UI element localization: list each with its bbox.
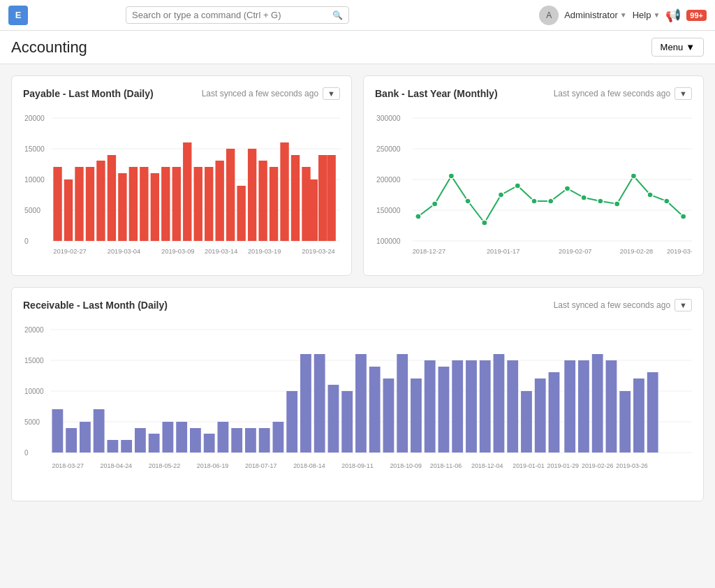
bank-sync-button[interactable]: ▼ bbox=[675, 87, 692, 100]
svg-text:20000: 20000 bbox=[24, 115, 45, 122]
svg-rect-30 bbox=[270, 167, 278, 241]
svg-point-63 bbox=[581, 195, 587, 200]
search-input[interactable] bbox=[132, 10, 330, 20]
svg-text:5000: 5000 bbox=[24, 207, 40, 214]
svg-rect-120 bbox=[535, 378, 546, 453]
page-title: Accounting bbox=[11, 38, 87, 57]
svg-rect-102 bbox=[286, 391, 297, 453]
payable-sync-button[interactable]: ▼ bbox=[323, 87, 340, 100]
svg-rect-139 bbox=[606, 360, 617, 453]
svg-rect-34 bbox=[309, 179, 318, 241]
svg-rect-142 bbox=[647, 372, 658, 453]
receivable-sync-info: Last synced a few seconds ago ▼ bbox=[554, 299, 692, 311]
svg-text:2018-10-09: 2018-10-09 bbox=[390, 462, 421, 469]
svg-point-68 bbox=[664, 198, 670, 204]
svg-text:10000: 10000 bbox=[24, 176, 45, 184]
svg-rect-110 bbox=[397, 354, 408, 453]
svg-text:2018-11-06: 2018-11-06 bbox=[430, 462, 462, 469]
svg-rect-22 bbox=[183, 142, 191, 241]
svg-text:2019-02-27: 2019-02-27 bbox=[53, 248, 86, 255]
svg-text:2018-08-14: 2018-08-14 bbox=[293, 462, 325, 469]
svg-rect-17 bbox=[129, 167, 138, 241]
receivable-chart-title: Receivable - Last Month (Daily) bbox=[23, 300, 168, 311]
svg-rect-109 bbox=[383, 378, 395, 453]
svg-rect-21 bbox=[172, 167, 181, 241]
svg-rect-140 bbox=[619, 391, 631, 453]
svg-rect-106 bbox=[341, 391, 353, 453]
svg-rect-138 bbox=[592, 354, 603, 453]
bank-sync-info: Last synced a few seconds ago ▼ bbox=[554, 87, 692, 100]
receivable-sync-button[interactable]: ▼ bbox=[675, 299, 692, 311]
top-charts-row: Payable - Last Month (Daily) Last synced… bbox=[11, 75, 704, 276]
svg-rect-136 bbox=[564, 360, 575, 453]
svg-point-61 bbox=[548, 198, 554, 204]
search-bar[interactable]: 🔍 bbox=[126, 6, 349, 24]
svg-rect-10 bbox=[53, 167, 61, 241]
svg-text:2018-05-22: 2018-05-22 bbox=[149, 462, 180, 469]
help-menu[interactable]: Help ▼ bbox=[633, 10, 661, 20]
svg-text:2018-03-27: 2018-03-27 bbox=[52, 462, 83, 469]
svg-text:200000: 200000 bbox=[376, 176, 401, 184]
svg-rect-91 bbox=[135, 428, 146, 453]
svg-text:2019-03-04: 2019-03-04 bbox=[108, 248, 140, 255]
svg-point-53 bbox=[415, 214, 421, 219]
svg-point-55 bbox=[448, 173, 454, 179]
svg-text:10000: 10000 bbox=[24, 388, 44, 395]
svg-rect-118 bbox=[507, 360, 518, 453]
notification-icon[interactable]: 📢 bbox=[665, 8, 681, 23]
svg-rect-97 bbox=[218, 422, 229, 453]
svg-rect-101 bbox=[273, 422, 284, 453]
avatar: A bbox=[539, 6, 559, 25]
svg-text:2019-02-07: 2019-02-07 bbox=[559, 248, 591, 255]
notification-badge: 99+ bbox=[686, 10, 707, 21]
svg-rect-29 bbox=[258, 161, 267, 241]
svg-rect-15 bbox=[108, 155, 116, 241]
svg-rect-121 bbox=[549, 372, 560, 453]
svg-point-58 bbox=[498, 192, 503, 198]
payable-sync-info: Last synced a few seconds ago ▼ bbox=[202, 87, 340, 100]
svg-rect-92 bbox=[149, 434, 160, 453]
svg-rect-105 bbox=[328, 385, 339, 453]
svg-rect-96 bbox=[204, 434, 215, 453]
svg-text:300000: 300000 bbox=[376, 115, 401, 122]
svg-rect-88 bbox=[94, 409, 105, 453]
payable-chart-title: Payable - Last Month (Daily) bbox=[23, 88, 154, 99]
page-header: Accounting Menu ▼ bbox=[0, 31, 715, 64]
svg-rect-94 bbox=[176, 422, 187, 453]
svg-rect-113 bbox=[438, 367, 450, 453]
svg-rect-11 bbox=[64, 179, 73, 241]
svg-rect-114 bbox=[452, 360, 463, 453]
payable-chart: 20000 15000 10000 5000 0 bbox=[23, 108, 340, 264]
chevron-down-icon: ▼ bbox=[620, 11, 627, 19]
svg-rect-27 bbox=[237, 186, 245, 241]
search-icon: 🔍 bbox=[332, 10, 343, 20]
svg-rect-112 bbox=[425, 360, 436, 453]
svg-point-62 bbox=[564, 186, 570, 191]
app-icon: E bbox=[8, 6, 28, 25]
svg-text:2019-03-24: 2019-03-24 bbox=[302, 248, 334, 255]
svg-rect-18 bbox=[140, 167, 148, 241]
payable-chart-header: Payable - Last Month (Daily) Last synced… bbox=[23, 87, 340, 100]
receivable-chart-card: Receivable - Last Month (Daily) Last syn… bbox=[11, 287, 704, 501]
svg-rect-36 bbox=[327, 155, 335, 241]
svg-rect-32 bbox=[291, 155, 300, 241]
main-content: Payable - Last Month (Daily) Last synced… bbox=[0, 64, 715, 524]
svg-rect-111 bbox=[411, 378, 422, 453]
receivable-chart: 20000 15000 10000 5000 0 bbox=[23, 320, 692, 490]
svg-text:2018-07-17: 2018-07-17 bbox=[245, 462, 277, 469]
svg-text:0: 0 bbox=[24, 449, 29, 457]
svg-point-59 bbox=[515, 183, 520, 189]
svg-rect-35 bbox=[318, 155, 327, 241]
svg-text:15000: 15000 bbox=[24, 145, 45, 153]
nav-right: A Administrator ▼ Help ▼ 📢 99+ bbox=[539, 6, 707, 25]
menu-button[interactable]: Menu ▼ bbox=[651, 38, 704, 57]
receivable-chart-header: Receivable - Last Month (Daily) Last syn… bbox=[23, 299, 692, 311]
svg-rect-13 bbox=[86, 167, 94, 241]
svg-point-69 bbox=[680, 214, 686, 219]
svg-rect-119 bbox=[521, 391, 532, 453]
svg-rect-23 bbox=[194, 167, 202, 241]
svg-text:2019-01-29: 2019-01-29 bbox=[547, 462, 579, 469]
svg-text:2019-02-28: 2019-02-28 bbox=[620, 248, 653, 255]
admin-menu[interactable]: Administrator ▼ bbox=[564, 10, 626, 20]
svg-text:250000: 250000 bbox=[376, 145, 401, 153]
